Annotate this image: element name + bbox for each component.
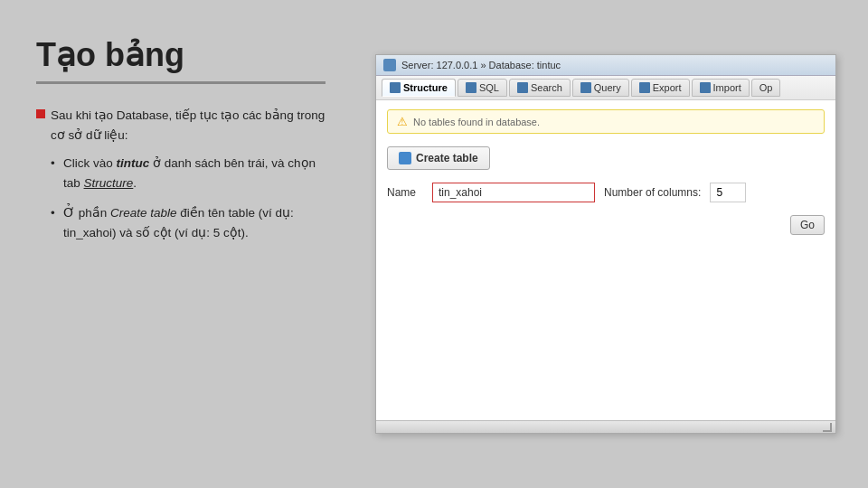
tab-structure[interactable]: Structure — [382, 79, 456, 97]
table-name-row: Name Number of columns: — [387, 183, 825, 202]
create-table-ref: Create table — [110, 206, 177, 220]
sql-tab-icon — [466, 82, 476, 93]
create-table-icon — [399, 152, 411, 164]
content-block: Sau khi tạo Database, tiếp tục tạo các b… — [36, 106, 326, 254]
sub-bullet-1: Click vào tintuc ở danh sách bên trái, v… — [51, 154, 326, 192]
name-label: Name — [387, 186, 423, 199]
tab-query-label: Query — [594, 82, 621, 93]
warning-icon: ⚠ — [397, 115, 408, 128]
tab-export-label: Export — [653, 82, 682, 93]
bottom-bar — [376, 420, 835, 433]
right-panel: Server: 127.0.0.1 » Database: tintuc Str… — [353, 0, 868, 488]
columns-label: Number of columns: — [604, 186, 701, 199]
tab-search[interactable]: Search — [509, 79, 571, 97]
sub-bullets-list: Click vào tintuc ở danh sách bên trái, v… — [51, 154, 326, 242]
tab-sql-label: SQL — [479, 82, 499, 93]
main-bullet-text: Sau khi tạo Database, tiếp tục tạo các b… — [51, 106, 326, 145]
import-tab-icon — [700, 82, 711, 93]
resize-handle-icon — [823, 423, 832, 432]
tab-op-label: Op — [760, 82, 773, 93]
warning-text: No tables found in database. — [413, 117, 540, 127]
left-panel: Tạo bảng Sau khi tạo Database, tiếp tục … — [0, 0, 353, 488]
pma-titlebar: Server: 127.0.0.1 » Database: tintuc — [376, 55, 835, 76]
tab-import[interactable]: Import — [692, 79, 750, 97]
columns-input[interactable] — [710, 183, 746, 202]
tab-import-label: Import — [713, 82, 741, 93]
export-tab-icon — [639, 82, 650, 93]
search-tab-icon — [517, 82, 528, 93]
table-name-input[interactable] — [432, 183, 595, 202]
tab-query[interactable]: Query — [572, 79, 629, 97]
pma-nav: Structure SQL Search Query Export Import — [376, 76, 835, 100]
create-table-section: Create table Name Number of columns: Go — [387, 146, 825, 235]
tab-export[interactable]: Export — [631, 79, 690, 97]
query-tab-icon — [580, 82, 591, 93]
server-icon — [383, 59, 396, 71]
tab-sql[interactable]: SQL — [458, 79, 507, 97]
go-label: Go — [800, 219, 815, 231]
go-button[interactable]: Go — [790, 215, 825, 235]
tab-search-label: Search — [531, 82, 562, 93]
tintuc-db-name: tintuc — [117, 156, 150, 170]
titlebar-text: Server: 127.0.0.1 » Database: tintuc — [401, 60, 561, 70]
main-bullet: Sau khi tạo Database, tiếp tục tạo các b… — [36, 106, 326, 145]
slide-title: Tạo bảng — [36, 36, 326, 84]
tab-op[interactable]: Op — [751, 79, 781, 97]
structure-tab-icon — [390, 82, 401, 93]
screenshot-container: Server: 127.0.0.1 » Database: tintuc Str… — [375, 54, 836, 434]
warning-bar: ⚠ No tables found in database. — [387, 109, 825, 134]
structure-tab-ref: Structure — [84, 176, 134, 190]
sub-bullet-2: Ở phần Create table điền tên table (ví d… — [51, 203, 326, 242]
tab-structure-label: Structure — [403, 82, 448, 93]
create-table-label: Create table — [416, 152, 478, 164]
create-table-button[interactable]: Create table — [387, 146, 490, 170]
bullet-square-icon — [36, 109, 45, 118]
pma-main-content: ⚠ No tables found in database. Create ta… — [376, 100, 835, 420]
